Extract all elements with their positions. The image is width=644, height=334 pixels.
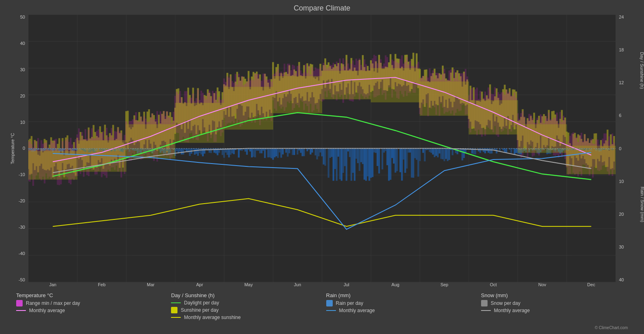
legend-sunshine-swatch-box — [171, 307, 177, 313]
y-axis-right-top-label: Day / Sunshine (h) — [639, 52, 644, 89]
legend-snow-swatch-box — [481, 300, 488, 306]
legend-temp-avg-line — [16, 310, 26, 311]
main-container: Compare Climate Temperature °C 50 40 30 … — [0, 0, 644, 334]
legend-daylight: Daylight per day — [171, 300, 318, 306]
x-label-may: May — [224, 282, 273, 287]
main-canvas — [28, 15, 616, 282]
legend-rain-swatch-box — [326, 300, 333, 306]
x-label-jul: Jul — [322, 282, 371, 287]
page-title: Compare Climate — [4, 4, 640, 13]
y-axis-right: 24 18 12 6 0 10 20 30 40 Day / Sunshine … — [616, 15, 640, 282]
legend-snow-swatch: Snow per day — [481, 300, 628, 306]
legend-sunshine: Day / Sunshine (h) Daylight per day Suns… — [171, 292, 318, 321]
legend-rain: Rain (mm) Rain per day Monthly average — [326, 292, 473, 321]
x-label-oct: Oct — [469, 282, 518, 287]
legend-snow: Snow (mm) Snow per day Monthly average — [481, 292, 628, 321]
legend-area: Temperature °C Range min / max per day M… — [4, 289, 640, 325]
x-label-feb: Feb — [77, 282, 126, 287]
legend-snow-avg: Monthly average — [481, 308, 628, 313]
legend-temperature: Temperature °C Range min / max per day M… — [16, 292, 163, 321]
legend-temp-range: Range min / max per day — [16, 300, 163, 306]
legend-sun-title: Day / Sunshine (h) — [171, 292, 318, 298]
x-label-jun: Jun — [273, 282, 322, 287]
legend-daylight-line — [171, 302, 181, 303]
legend-sunshine-swatch: Sunshine per day — [171, 307, 318, 313]
legend-temp-avg: Monthly average — [16, 308, 163, 313]
legend-rain-title: Rain (mm) — [326, 292, 473, 298]
x-axis: Jan Feb Mar Apr May Jun Jul Aug Sep Oct … — [28, 282, 616, 287]
x-label-nov: Nov — [518, 282, 567, 287]
legend-rain-avg-line — [326, 310, 336, 311]
x-label-sep: Sep — [420, 282, 469, 287]
x-label-aug: Aug — [371, 282, 420, 287]
y-axis-right-bottom-label: Rain / Snow (mm) — [640, 187, 644, 222]
y-axis-left: Temperature °C 50 40 30 20 10 0 -10 -20 … — [4, 15, 28, 282]
legend-rain-avg: Monthly average — [326, 308, 473, 313]
y-axis-left-label: Temperature °C — [10, 133, 15, 164]
copyright: © ClimeChart.com — [4, 325, 640, 330]
legend-temp-title: Temperature °C — [16, 292, 163, 298]
x-label-dec: Dec — [567, 282, 616, 287]
x-label-jan: Jan — [28, 282, 77, 287]
legend-snow-avg-line — [481, 310, 491, 311]
legend-snow-title: Snow (mm) — [481, 292, 628, 298]
chart-area: Suwon Suwon ClimeChart.com ClimeChart.co… — [28, 15, 616, 282]
legend-rain-swatch: Rain per day — [326, 300, 473, 306]
legend-temp-range-swatch — [16, 300, 23, 306]
legend-sunshine-avg: Monthly average sunshine — [171, 315, 318, 320]
legend-sunshine-avg-line — [171, 317, 181, 318]
x-label-mar: Mar — [126, 282, 175, 287]
x-label-apr: Apr — [175, 282, 224, 287]
